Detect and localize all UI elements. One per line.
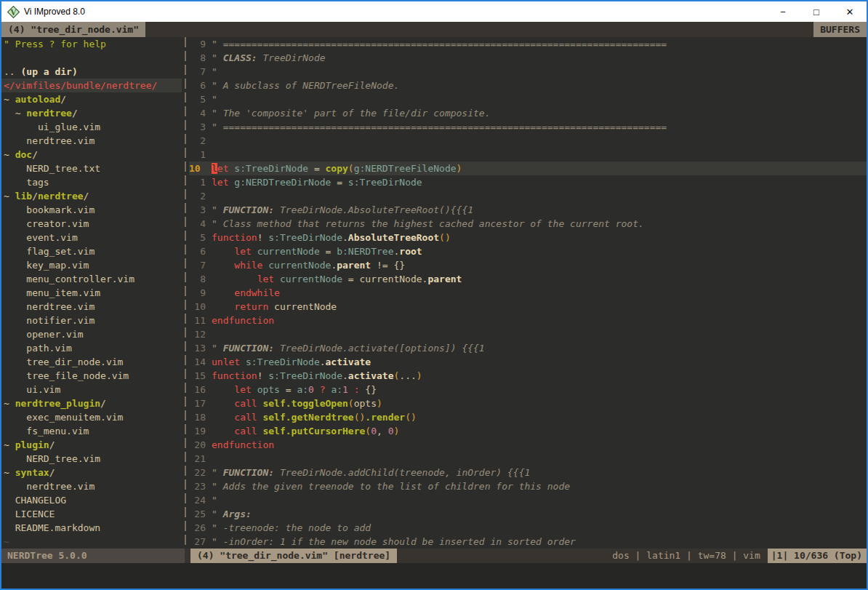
tree-file-ui[interactable]: ui.vim bbox=[1, 383, 182, 396]
token-text: LICENCE bbox=[4, 509, 55, 519]
tree-file-fs-menu[interactable]: fs_menu.vim bbox=[1, 424, 182, 438]
code-line[interactable]: 3" =====================================… bbox=[189, 120, 867, 134]
tree-up-dir[interactable]: .. (up a dir) bbox=[1, 65, 182, 79]
code-line[interactable]: 14unlet s:TreeDirNode.activate bbox=[189, 355, 867, 369]
tree-file-event[interactable]: event.vim bbox=[1, 231, 182, 244]
code-line[interactable]: 7 while currentNode.parent != {} bbox=[189, 258, 867, 272]
tree-help-line[interactable]: " Press ? for help bbox=[1, 37, 182, 51]
token-keyword: endfunction bbox=[212, 439, 274, 450]
code-line[interactable]: 1 bbox=[189, 148, 867, 162]
code-line[interactable]: 6" A subclass of NERDTreeFileNode. bbox=[189, 79, 867, 92]
code-text: " A subclass of NERDTreeFileNode. bbox=[212, 79, 399, 92]
token-member: root bbox=[399, 246, 422, 257]
code-line[interactable]: 10 return currentNode bbox=[189, 300, 867, 314]
tab-tree-dir-node[interactable]: (4) "tree_dir_node.vim" bbox=[1, 22, 145, 37]
code-text: " ======================================… bbox=[212, 120, 667, 134]
token-paren: ) bbox=[393, 426, 399, 436]
code-line[interactable]: 3" FUNCTION: TreeDirNode.AbsoluteTreeRoo… bbox=[189, 203, 867, 217]
token-ident: currentNode bbox=[257, 246, 320, 257]
code-line[interactable]: 4" The 'composite' part of the file/dir … bbox=[189, 106, 867, 120]
tree-file-autoload-nerdtree-vim[interactable]: nerdtree.vim bbox=[1, 134, 182, 148]
token-ident: g:NERDTreeFileNode bbox=[354, 163, 457, 174]
tree-file-ui-glue[interactable]: ui_glue.vim bbox=[1, 120, 182, 134]
code-line[interactable]: 8 let currentNode = currentNode.parent bbox=[189, 272, 867, 286]
tree-file-menu-controller[interactable]: menu_controller.vim bbox=[1, 272, 182, 286]
tree-root[interactable]: </vimfiles/bundle/nerdtree/ bbox=[1, 79, 182, 92]
tree-file-lib-nerdtree-vim[interactable]: nerdtree.vim bbox=[1, 300, 182, 314]
tree-file-key-map[interactable]: key_map.vim bbox=[1, 258, 182, 272]
code-line[interactable]: 15function! s:TreeDirNode.activate(...) bbox=[189, 369, 867, 383]
code-line[interactable]: 2 bbox=[189, 189, 867, 203]
token-ident: g:NERDTreeDirNode bbox=[234, 177, 331, 188]
code-line[interactable]: 23" Adds the given treenode to the list … bbox=[189, 479, 867, 493]
code-line-current[interactable]: 10let s:TreeDirNode = copy(g:NERDTreeFil… bbox=[189, 162, 867, 175]
tree-file-opener[interactable]: opener.vim bbox=[1, 327, 182, 341]
tree-file-notifier[interactable]: notifier.vim bbox=[1, 314, 182, 327]
token-ident: s:TreeDirNode bbox=[268, 370, 342, 381]
token-text: ~ bbox=[4, 191, 15, 202]
tree-file-tags[interactable]: tags bbox=[1, 175, 182, 189]
code-line[interactable]: 9 endwhile bbox=[189, 286, 867, 300]
code-line[interactable]: 20endfunction bbox=[189, 438, 867, 452]
tree-file-creator[interactable]: creator.vim bbox=[1, 217, 182, 231]
code-line[interactable]: 24" bbox=[189, 493, 867, 507]
tree-dir-syntax[interactable]: ~ syntax/ bbox=[1, 466, 182, 479]
tree-dir-plugin[interactable]: ~ plugin/ bbox=[1, 438, 182, 452]
tree-file-nerd-tree-vim[interactable]: NERD_tree.vim bbox=[1, 452, 182, 466]
tree-file-syntax-nerdtree-vim[interactable]: nerdtree.vim bbox=[1, 479, 182, 493]
code-line[interactable]: 9" =====================================… bbox=[189, 37, 867, 51]
code-line[interactable]: 13" FUNCTION: TreeDirNode.activate([opti… bbox=[189, 341, 867, 355]
tree-file-flag-set[interactable]: flag_set.vim bbox=[1, 244, 182, 258]
token-paren: ( bbox=[365, 426, 371, 436]
tree-file-tree-dir-node[interactable]: tree_dir_node.vim bbox=[1, 355, 182, 369]
code-line[interactable]: 26" -treenode: the node to add bbox=[189, 521, 867, 535]
code-line[interactable]: 4" Class method that returns the highest… bbox=[189, 217, 867, 231]
code-line[interactable]: 22" FUNCTION: TreeDirNode.addChild(treen… bbox=[189, 466, 867, 479]
code-line[interactable]: 21 bbox=[189, 452, 867, 466]
tree-dir-autoload-nerdtree[interactable]: ~ nerdtree/ bbox=[1, 106, 182, 120]
token-keyword: while bbox=[234, 260, 262, 271]
command-line[interactable] bbox=[1, 563, 867, 589]
tree-file-path[interactable]: path.vim bbox=[1, 341, 182, 355]
tree-file-nerd-tree-txt[interactable]: NERD_tree.txt bbox=[1, 162, 182, 175]
tree-file-readme[interactable]: README.markdown bbox=[1, 521, 182, 535]
code-line[interactable]: 25" Args: bbox=[189, 507, 867, 521]
tree-file-tree-file-node[interactable]: tree_file_node.vim bbox=[1, 369, 182, 383]
code-line[interactable]: 6 let currentNode = b:NERDTree.root bbox=[189, 244, 867, 258]
code-line[interactable]: 11endfunction bbox=[189, 314, 867, 327]
code-line[interactable]: 12 bbox=[189, 327, 867, 341]
line-number-gap bbox=[206, 341, 212, 355]
tree-blank-line[interactable] bbox=[1, 51, 182, 65]
code-line[interactable]: 18 call self.getNerdtree().render() bbox=[189, 410, 867, 424]
tree-empty-tilde[interactable]: ~ bbox=[1, 535, 182, 549]
tree-dir-autoload[interactable]: ~ autoload/ bbox=[1, 92, 182, 106]
code-line[interactable]: 5" bbox=[189, 92, 867, 106]
code-line[interactable]: 7" bbox=[189, 65, 867, 79]
code-line[interactable]: 19 call self.putCursorHere(0, 0) bbox=[189, 424, 867, 438]
code-text: " CLASS: TreeDirNode bbox=[212, 51, 326, 65]
tree-file-changelog[interactable]: CHANGELOG bbox=[1, 493, 182, 507]
maximize-button[interactable]: □ bbox=[800, 1, 833, 22]
code-line[interactable]: 1let g:NERDTreeDirNode = s:TreeDirNode bbox=[189, 175, 867, 189]
code-line[interactable]: 2 bbox=[189, 134, 867, 148]
window-separator[interactable] bbox=[182, 37, 189, 549]
tree-dir-nerdtree-plugin[interactable]: ~ nerdtree_plugin/ bbox=[1, 396, 182, 410]
minimize-button[interactable]: − bbox=[766, 1, 800, 22]
tree-file-menu-item[interactable]: menu_item.vim bbox=[1, 286, 182, 300]
code-line[interactable]: 17 call self.toggleOpen(opts) bbox=[189, 396, 867, 410]
token-root: </vimfiles/bundle/nerdtree/ bbox=[4, 80, 157, 91]
code-line[interactable]: 27" -inOrder: 1 if the new node should b… bbox=[189, 535, 867, 549]
code-line[interactable]: 8" CLASS: TreeDirNode bbox=[189, 51, 867, 65]
token-text: ~ bbox=[4, 439, 15, 450]
code-line[interactable]: 16 let opts = a:0 ? a:1 : {} bbox=[189, 383, 867, 396]
token-text: tags bbox=[4, 177, 49, 188]
tree-file-licence[interactable]: LICENCE bbox=[1, 507, 182, 521]
tree-file-bookmark[interactable]: bookmark.vim bbox=[1, 203, 182, 217]
code-line[interactable]: 5function! s:TreeDirNode.AbsoluteTreeRoo… bbox=[189, 231, 867, 244]
line-number: 7 bbox=[189, 65, 206, 79]
tree-file-exec-menuitem[interactable]: exec_menuitem.vim bbox=[1, 410, 182, 424]
tree-dir-doc[interactable]: ~ doc/ bbox=[1, 148, 182, 162]
line-number: 27 bbox=[189, 535, 206, 549]
tree-dir-lib-nerdtree[interactable]: ~ lib/nerdtree/ bbox=[1, 189, 182, 203]
close-button[interactable]: ✕ bbox=[833, 1, 867, 22]
